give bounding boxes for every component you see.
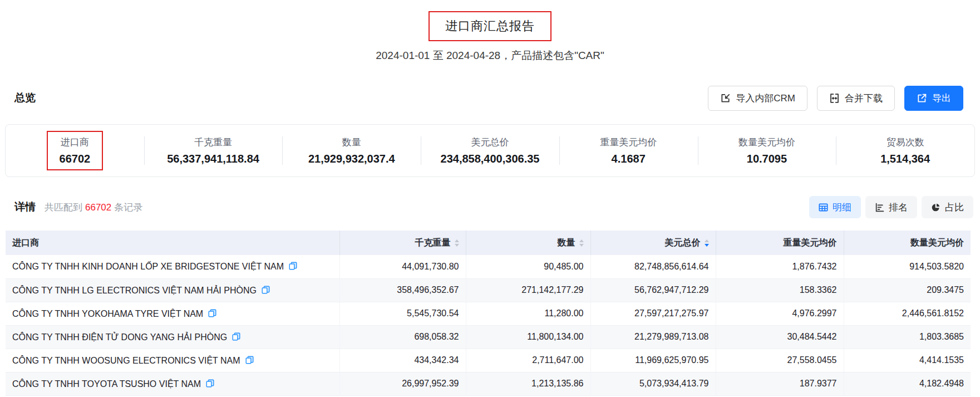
- col-header-quantity[interactable]: 数量: [466, 231, 590, 255]
- tab-ranking[interactable]: 排名: [865, 196, 917, 218]
- kg-weight-cell: 44,091,730.80: [339, 255, 466, 278]
- usd-per-qty-cell: 4,414.1535: [844, 349, 971, 372]
- stat-usd-total: 美元总价 234,858,400,306.35: [421, 125, 559, 177]
- kg-weight-cell: 358,496,352.67: [339, 278, 466, 302]
- overview-actions: 导入内部CRM 合并下载 导出: [708, 86, 963, 111]
- usd-total-cell: 82,748,856,614.64: [590, 255, 716, 278]
- stat-value: 56,337,941,118.84: [167, 153, 259, 165]
- importer-name: CÔNG TY TNHH YOKOHAMA TYRE VIỆT NAM: [12, 308, 203, 318]
- stat-value: 234,858,400,306.35: [441, 153, 540, 165]
- tab-detail[interactable]: 明细: [809, 196, 861, 218]
- stat-quantity: 数量 21,929,932,037.4: [282, 125, 421, 177]
- tab-proportion-label: 占比: [945, 201, 964, 214]
- stat-label: 数量美元均价: [738, 136, 795, 149]
- report-subtitle: 2024-01-01 至 2024-04-28，产品描述包含"CAR": [0, 48, 980, 63]
- quantity-cell: 90,485.00: [466, 255, 590, 278]
- merge-download-button[interactable]: 合并下载: [817, 86, 895, 111]
- usd-per-qty-cell: 4,182.4948: [844, 372, 971, 395]
- col-label: 数量: [558, 237, 575, 249]
- usd-per-qty-cell: 209.3475: [844, 278, 971, 302]
- usd-total-cell: 11,969,625,970.95: [590, 349, 716, 372]
- col-header-kg-weight[interactable]: 千克重量: [339, 231, 466, 255]
- usd-per-weight-cell: 4,976.2997: [716, 302, 844, 325]
- importer-cell: CÔNG TY TNHH ĐIỆN TỬ DONG YANG HẢI PHÒNG: [6, 325, 339, 349]
- quantity-cell: 2,711,647.00: [466, 349, 590, 372]
- quantity-cell: 11,800,134.00: [466, 325, 590, 349]
- importer-name: CÔNG TY TNHH WOOSUNG ELECTRONICS VIỆT NA…: [12, 355, 240, 365]
- copy-icon[interactable]: [208, 309, 216, 317]
- details-summary: 详情 共匹配到66702条记录: [14, 200, 142, 214]
- stat-label: 进口商: [61, 136, 89, 149]
- table-row: CÔNG TY TNHH ĐIỆN TỬ DONG YANG HẢI PHÒNG…: [6, 325, 971, 349]
- stat-value: 1,514,364: [880, 153, 930, 165]
- sort-caret-icon: [455, 239, 459, 247]
- importer-table: 进口商 千克重量 数量 美元总价 重量美元均价 数量美元均价: [6, 231, 971, 396]
- export-arrow-icon: [917, 93, 927, 104]
- sort-caret-icon-active: [705, 239, 709, 247]
- stat-value: 4.1687: [612, 153, 646, 165]
- table-header-row: 进口商 千克重量 数量 美元总价 重量美元均价 数量美元均价: [6, 231, 971, 255]
- match-prefix: 共匹配到: [45, 202, 82, 213]
- merge-cells-icon: [829, 93, 840, 104]
- match-summary: 共匹配到66702条记录: [45, 201, 142, 214]
- overview-bar: 总览 导入内部CRM 合并下载 导出: [14, 85, 963, 111]
- copy-icon[interactable]: [206, 379, 214, 388]
- match-count: 66702: [85, 202, 111, 213]
- usd-total-cell: 5,073,934,413.79: [590, 372, 716, 395]
- stat-label: 美元总价: [471, 136, 509, 149]
- usd-per-weight-cell: 27,558.0455: [716, 349, 844, 372]
- tab-ranking-label: 排名: [889, 201, 908, 214]
- stat-usd-per-qty: 数量美元均价 10.7095: [698, 125, 836, 177]
- usd-per-weight-cell: 30,484.5442: [716, 325, 844, 349]
- copy-icon[interactable]: [245, 356, 254, 364]
- col-header-usd-total[interactable]: 美元总价: [590, 231, 716, 255]
- quantity-cell: 271,142,177.29: [466, 278, 590, 302]
- col-header-usd-per-qty: 数量美元均价: [844, 231, 971, 255]
- match-suffix: 条记录: [114, 202, 142, 213]
- copy-icon[interactable]: [262, 286, 270, 294]
- usd-per-qty-cell: 2,446,561.8152: [844, 302, 971, 325]
- usd-per-qty-cell: 1,803.3685: [844, 325, 971, 349]
- copy-icon[interactable]: [289, 262, 297, 270]
- stat-usd-per-weight: 重量美元均价 4.1687: [559, 125, 698, 177]
- stat-value: 10.7095: [747, 153, 787, 165]
- usd-per-weight-cell: 187.9377: [716, 372, 844, 395]
- importer-name: CÔNG TY TNHH TOYOTA TSUSHO VIỆT NAM: [12, 379, 201, 388]
- tab-proportion[interactable]: 占比: [922, 196, 973, 218]
- report-title-row: 进口商汇总报告: [0, 11, 980, 41]
- export-label: 导出: [932, 92, 951, 105]
- usd-per-weight-cell: 158.3362: [716, 278, 844, 302]
- usd-per-qty-cell: 914,503.5820: [844, 255, 971, 278]
- export-button[interactable]: 导出: [904, 86, 963, 111]
- kg-weight-cell: 434,342.34: [339, 349, 466, 372]
- copy-icon[interactable]: [232, 332, 240, 341]
- tab-detail-label: 明细: [833, 201, 851, 214]
- import-crm-button[interactable]: 导入内部CRM: [708, 86, 807, 111]
- usd-total-cell: 21,279,989,713.08: [590, 325, 716, 349]
- merge-download-label: 合并下载: [845, 92, 883, 105]
- col-label: 数量美元均价: [910, 237, 964, 249]
- stat-importers: 进口商 66702: [6, 125, 144, 177]
- importer-cell: CÔNG TY TNHH LG ELECTRONICS VIỆT NAM HẢI…: [6, 278, 339, 302]
- kg-weight-cell: 26,997,952.39: [339, 372, 466, 395]
- importer-name: CÔNG TY TNHH LG ELECTRONICS VIỆT NAM HẢI…: [12, 285, 257, 295]
- col-label: 美元总价: [665, 237, 701, 249]
- stat-trade-count: 贸易次数 1,514,364: [836, 125, 974, 177]
- stat-label: 重量美元均价: [600, 136, 657, 149]
- stat-label: 千克重量: [194, 136, 232, 149]
- col-header-usd-per-weight: 重量美元均价: [716, 231, 844, 255]
- ranking-bars-icon: [875, 203, 884, 212]
- importer-cell: CÔNG TY TNHH WOOSUNG ELECTRONICS VIỆT NA…: [6, 349, 339, 372]
- table-row: CÔNG TY TNHH LG ELECTRONICS VIỆT NAM HẢI…: [6, 278, 971, 302]
- kg-weight-cell: 698,058.32: [339, 325, 466, 349]
- table-grid-icon: [819, 203, 828, 212]
- page-title: 进口商汇总报告: [445, 18, 535, 35]
- table-row: CÔNG TY TNHH KINH DOANH LỐP XE BRIDGESTO…: [6, 255, 971, 278]
- importer-name: CÔNG TY TNHH KINH DOANH LỐP XE BRIDGESTO…: [12, 262, 284, 271]
- stat-label: 数量: [342, 136, 361, 149]
- stat-value: 66702: [60, 153, 91, 165]
- importer-cell: CÔNG TY TNHH YOKOHAMA TYRE VIỆT NAM: [6, 302, 339, 325]
- view-tabs: 明细 排名 占比: [809, 196, 973, 218]
- quantity-cell: 1,213,135.86: [466, 372, 590, 395]
- sort-caret-icon: [579, 239, 584, 247]
